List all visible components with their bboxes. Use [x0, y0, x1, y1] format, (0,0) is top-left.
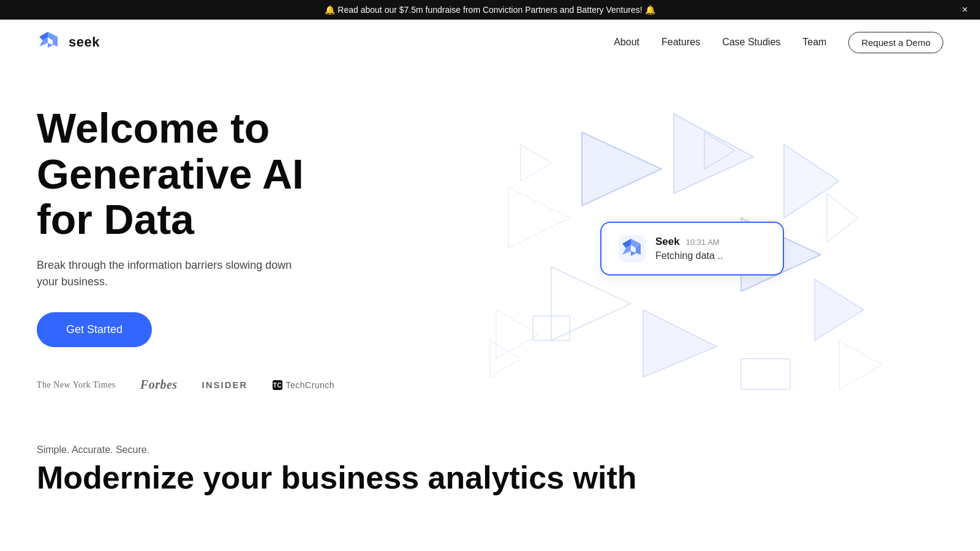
nav-team[interactable]: Team	[802, 37, 826, 47]
svg-marker-16	[582, 132, 662, 206]
nav-about[interactable]: About	[614, 37, 639, 47]
svg-marker-7	[674, 114, 753, 193]
svg-marker-23	[521, 144, 551, 181]
svg-marker-6	[582, 132, 662, 206]
svg-marker-17	[674, 114, 753, 193]
svg-marker-25	[490, 340, 521, 377]
svg-marker-19	[784, 144, 839, 218]
announcement-bar: 🔔 Read about our $7.5m fundraise from Co…	[0, 0, 980, 20]
svg-marker-14	[496, 310, 539, 359]
hero-section: Welcome to Generative AI for Data Break …	[0, 65, 980, 420]
notif-content: Seek 10:31 AM Fetching data ..	[655, 236, 723, 261]
press-logo-nyt: The New York Times	[37, 380, 116, 390]
svg-marker-22	[704, 132, 735, 169]
svg-rect-28	[619, 235, 646, 262]
close-announcement-button[interactable]: ×	[962, 5, 968, 15]
notif-message: Fetching data ..	[655, 250, 723, 261]
hero-title: Welcome to Generative AI for Data	[37, 105, 404, 242]
svg-rect-26	[741, 359, 790, 389]
nav-features[interactable]: Features	[662, 37, 700, 47]
svg-marker-20	[815, 279, 864, 340]
notification-card: Seek 10:31 AM Fetching data ..	[600, 222, 784, 276]
get-started-button[interactable]: Get Started	[37, 312, 152, 347]
request-demo-button[interactable]: Request a Demo	[848, 32, 943, 53]
press-logo-forbes: Forbes	[140, 378, 178, 392]
notif-time: 10:31 AM	[686, 238, 720, 247]
svg-marker-15	[839, 340, 882, 389]
press-logos: The New York Times Forbes INSIDER TC Tec…	[37, 378, 404, 392]
nav-case-studies[interactable]: Case Studies	[722, 37, 780, 47]
notif-brand: Seek	[655, 236, 680, 248]
seek-logo-icon	[37, 29, 62, 55]
logo-link[interactable]: seek	[37, 29, 100, 55]
modernize-title: Modernize your business analytics with	[37, 460, 943, 495]
hero-left: Welcome to Generative AI for Data Break …	[37, 105, 404, 392]
techcrunch-icon: TC	[272, 380, 283, 391]
hero-illustration: Seek 10:31 AM Fetching data ..	[404, 96, 943, 402]
press-logo-insider: INSIDER	[202, 380, 248, 390]
nav-links: About Features Case Studies Team Request…	[614, 32, 943, 53]
navigation: seek About Features Case Studies Team Re…	[0, 20, 980, 65]
seek-notif-icon	[619, 235, 646, 262]
press-logo-techcrunch: TC TechCrunch	[272, 380, 334, 391]
svg-marker-9	[551, 267, 631, 340]
svg-marker-21	[643, 310, 717, 377]
logo-text: seek	[69, 34, 100, 50]
svg-text:TC: TC	[273, 382, 282, 389]
section-tagline: Simple. Accurate. Secure. Modernize your…	[0, 420, 980, 501]
svg-marker-12	[815, 279, 864, 340]
svg-marker-10	[784, 144, 839, 218]
svg-marker-11	[508, 187, 570, 249]
simple-accurate-secure: Simple. Accurate. Secure.	[37, 444, 943, 455]
hero-subtitle: Break through the information barriers s…	[37, 257, 294, 290]
svg-marker-24	[827, 193, 858, 242]
notif-header: Seek 10:31 AM	[655, 236, 723, 248]
svg-rect-27	[533, 316, 570, 340]
announcement-text: 🔔 Read about our $7.5m fundraise from Co…	[325, 5, 655, 15]
svg-marker-13	[643, 310, 717, 377]
